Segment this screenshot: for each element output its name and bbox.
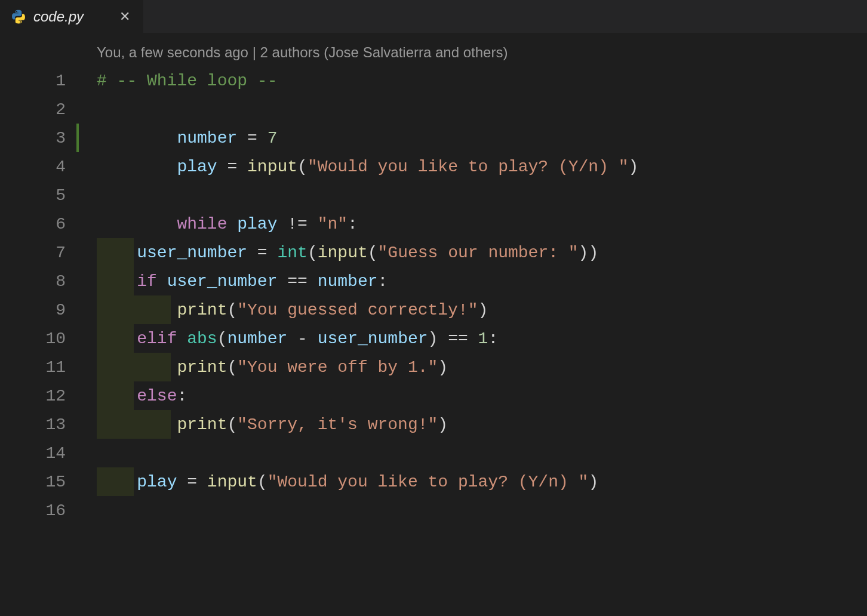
code-line[interactable]: 14 — [0, 439, 867, 467]
line-number: 8 — [0, 267, 84, 295]
codelens-annotation[interactable]: You, a few seconds ago | 2 authors (Jose… — [0, 39, 867, 66]
line-number: 3 — [0, 124, 84, 152]
line-number: 12 — [0, 381, 84, 410]
line-number: 6 — [0, 210, 84, 238]
code-editor[interactable]: You, a few seconds ago | 2 authors (Jose… — [0, 33, 867, 616]
line-number: 14 — [0, 439, 84, 467]
code-line[interactable]: 11 print("You were off by 1.") — [0, 353, 867, 381]
code-line[interactable]: 4 play = input("Would you like to play? … — [0, 152, 867, 181]
code-line[interactable]: 16 — [0, 496, 867, 525]
line-number: 5 — [0, 181, 84, 210]
code-line[interactable]: 10 elif abs(number - user_number) == 1: — [0, 324, 867, 353]
code-line[interactable]: 12 else: — [0, 381, 867, 410]
close-icon[interactable]: ✕ — [117, 9, 133, 24]
line-number: 2 — [0, 95, 84, 124]
tab-filename: code.py — [33, 8, 84, 25]
code-line[interactable]: 1 # -- While loop -- — [0, 66, 867, 95]
line-number: 7 — [0, 238, 84, 267]
code-line[interactable]: 9 print("You guessed correctly!") — [0, 295, 867, 324]
line-number: 1 — [0, 66, 84, 95]
code-line[interactable]: 8 if user_number == number: — [0, 267, 867, 295]
git-change-marker — [76, 124, 79, 152]
line-number: 10 — [0, 324, 84, 353]
code-line[interactable]: 6 while play != "n": — [0, 210, 867, 238]
line-number: 15 — [0, 467, 84, 496]
line-number: 13 — [0, 410, 84, 439]
line-number: 11 — [0, 353, 84, 381]
line-number: 9 — [0, 295, 84, 324]
line-number: 4 — [0, 152, 84, 181]
line-number: 16 — [0, 496, 84, 525]
editor-window: code.py ✕ You, a few seconds ago | 2 aut… — [0, 0, 867, 616]
code-line[interactable]: 15 play = input("Would you like to play?… — [0, 467, 867, 496]
code-line[interactable]: 13 print("Sorry, it's wrong!") — [0, 410, 867, 439]
python-icon — [11, 9, 26, 24]
tab-bar: code.py ✕ — [0, 0, 867, 33]
tab-code-py[interactable]: code.py ✕ — [0, 0, 143, 33]
